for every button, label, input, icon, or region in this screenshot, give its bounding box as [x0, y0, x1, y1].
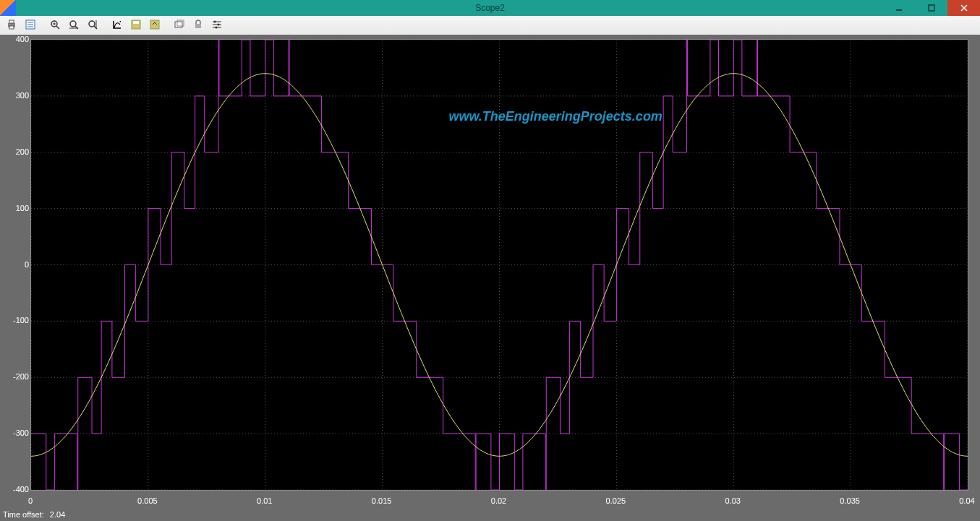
svg-rect-22	[133, 21, 139, 24]
svg-line-12	[56, 26, 59, 29]
y-tick-label: 300	[0, 91, 32, 100]
close-button[interactable]	[947, 0, 980, 16]
scope-axes[interactable]: www.TheEngineeringProjects.com	[30, 39, 968, 491]
x-tick-label: 0.02	[491, 496, 506, 505]
x-tick-label: 0.01	[257, 496, 272, 505]
zoom-xy-icon	[87, 19, 98, 33]
y-tick-label: -300	[0, 429, 32, 437]
restore-config-icon	[149, 19, 161, 33]
svg-point-30	[214, 20, 216, 22]
y-tick-label: -100	[0, 316, 32, 324]
scope-plot-area: www.TheEngineeringProjects.com -400-300-…	[0, 35, 980, 508]
y-tick-label: 400	[0, 35, 32, 43]
time-offset-label: Time offset:	[3, 510, 44, 519]
zoom-out-icon	[68, 19, 80, 33]
x-tick-label: 0.005	[137, 496, 158, 505]
toolbar	[0, 16, 980, 35]
status-bar: Time offset: 2.04	[0, 508, 980, 521]
autoscale-icon	[111, 19, 123, 33]
svg-rect-1	[929, 5, 934, 11]
svg-rect-26	[195, 24, 201, 28]
signal-select-button[interactable]	[208, 17, 226, 34]
save-config-button[interactable]	[127, 17, 145, 34]
parameters-button[interactable]	[22, 17, 39, 34]
restore-config-button[interactable]	[146, 17, 163, 34]
close-icon	[960, 4, 968, 12]
time-offset-value: 2.04	[50, 510, 65, 519]
window-title: Scope2	[475, 3, 505, 13]
zoom-xy-button[interactable]	[84, 17, 101, 34]
x-tick-label: 0.015	[372, 496, 392, 505]
print-icon	[6, 19, 17, 33]
x-tick-label: 0.04	[959, 496, 974, 505]
y-tick-label: -200	[0, 372, 32, 381]
maximize-button[interactable]	[915, 0, 947, 16]
window-buttons	[882, 0, 980, 16]
save-config-icon	[130, 19, 142, 33]
svg-point-31	[218, 23, 220, 25]
lock-button[interactable]	[189, 17, 207, 34]
zoom-in-icon	[49, 19, 61, 33]
scope-canvas	[31, 40, 968, 490]
parameters-icon	[25, 19, 36, 33]
svg-rect-23	[150, 20, 159, 29]
signal-select-icon	[211, 19, 223, 33]
svg-point-18	[89, 21, 95, 27]
y-tick-label: 200	[0, 147, 32, 156]
svg-rect-24	[175, 22, 182, 27]
minimize-icon	[895, 4, 903, 12]
svg-rect-6	[9, 26, 14, 29]
maximize-icon	[928, 4, 935, 12]
y-tick-label: -400	[0, 485, 32, 494]
float-icon	[174, 19, 185, 33]
x-tick-label: 0	[28, 496, 33, 505]
zoom-out-button[interactable]	[65, 17, 82, 34]
float-button[interactable]	[171, 17, 188, 34]
matlab-membrane-icon	[0, 0, 16, 16]
x-tick-label: 0.03	[725, 496, 741, 505]
minimize-button[interactable]	[882, 0, 915, 16]
titlebar: Scope2	[0, 0, 980, 16]
print-button[interactable]	[3, 17, 20, 34]
x-tick-label: 0.035	[840, 496, 860, 505]
x-tick-label: 0.025	[606, 496, 626, 505]
svg-rect-5	[9, 20, 14, 23]
autoscale-button[interactable]	[108, 17, 126, 34]
zoom-in-button[interactable]	[46, 17, 64, 34]
svg-point-32	[216, 26, 218, 28]
lock-icon	[192, 19, 204, 33]
y-tick-label: 0	[0, 260, 32, 269]
svg-point-15	[70, 21, 76, 27]
y-tick-label: 100	[0, 204, 32, 212]
